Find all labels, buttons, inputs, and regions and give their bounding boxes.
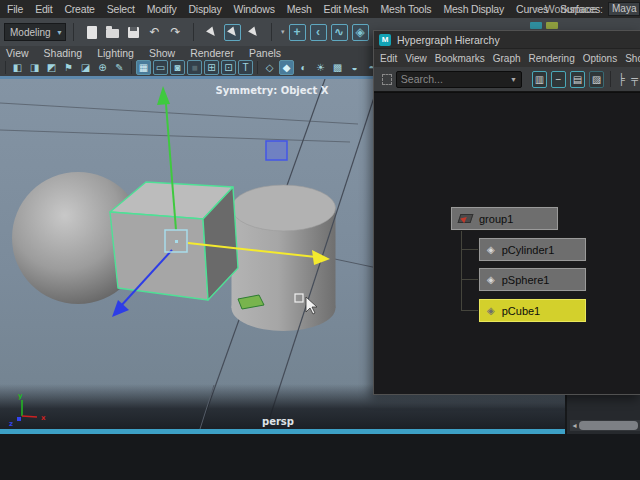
hypergraph-window: M Hypergraph Hierarchy Edit View Bookmar… <box>373 30 640 395</box>
layout-horizontal-icon[interactable]: ╞ <box>615 72 628 87</box>
camera-name-label: persp <box>262 416 294 427</box>
select-tool-button[interactable] <box>203 24 220 41</box>
menu-mesh-display[interactable]: Mesh Display <box>443 3 504 15</box>
panel-menu-renderer[interactable]: Renderer <box>190 47 234 59</box>
hypergraph-menu-bookmarks[interactable]: Bookmarks <box>435 53 485 64</box>
node-pcylinder1[interactable]: ◈ pCylinder1 <box>479 238 586 261</box>
hierarchy-connector <box>461 249 479 250</box>
image-plane-icon[interactable]: ◪ <box>78 60 93 75</box>
toolbar-divider <box>131 61 132 74</box>
node-pcube1-selected[interactable]: ◈ pCube1 <box>479 299 586 322</box>
rotate-tool-button[interactable]: ◈ <box>352 24 369 41</box>
hypergraph-titlebar[interactable]: M Hypergraph Hierarchy <box>374 31 640 49</box>
open-scene-button[interactable] <box>104 24 121 41</box>
grease-pencil-icon[interactable]: ✎ <box>112 60 127 75</box>
panel-menu-shading[interactable]: Shading <box>44 47 83 59</box>
shadows-icon[interactable]: ▩ <box>330 60 345 75</box>
camera-icon[interactable]: ◧ <box>10 60 25 75</box>
horizontal-scrollbar[interactable]: ◂ <box>570 420 640 431</box>
group-node-icon <box>458 214 474 223</box>
menu-mesh-tools[interactable]: Mesh Tools <box>380 3 431 15</box>
grid-icon[interactable]: ▦ <box>136 60 151 75</box>
pan-zoom-icon[interactable]: ⊕ <box>95 60 110 75</box>
alternate-layout-icon[interactable]: ▨ <box>589 71 604 88</box>
smooth-shade-icon[interactable]: ◆ <box>279 60 294 75</box>
camera-lock-icon[interactable]: ◨ <box>27 60 42 75</box>
menu-create[interactable]: Create <box>64 3 94 15</box>
grid-line <box>0 130 350 142</box>
bookmark-icon[interactable]: ⚑ <box>61 60 76 75</box>
panel-menu-show[interactable]: Show <box>149 47 175 59</box>
lasso-tool-button[interactable]: ‹ <box>310 24 327 41</box>
save-scene-icon <box>128 27 139 38</box>
hierarchy-layout-icon[interactable]: ▥ <box>532 71 547 88</box>
hypergraph-menu-rendering[interactable]: Rendering <box>529 53 575 64</box>
film-gate-icon[interactable]: ▭ <box>153 60 168 75</box>
save-scene-button[interactable] <box>125 24 142 41</box>
resolution-gate-icon[interactable]: ◙ <box>170 60 185 75</box>
expand-node-icon[interactable]: ▤ <box>570 71 585 88</box>
node-psphere1[interactable]: ◈ pSphere1 <box>479 268 586 291</box>
menu-windows[interactable]: Windows <box>234 3 275 15</box>
node-label: pCube1 <box>502 305 541 317</box>
safe-title-icon[interactable]: T <box>238 60 253 75</box>
hypergraph-menu-view[interactable]: View <box>405 53 427 64</box>
chevron-down-icon[interactable]: ▾ <box>281 28 285 36</box>
chevron-down-icon[interactable]: ▼ <box>510 76 521 83</box>
menubar-overflow-icon[interactable]: » <box>534 4 540 15</box>
menu-edit-mesh[interactable]: Edit Mesh <box>324 3 369 15</box>
occlusion-icon[interactable]: ◒ <box>347 60 362 75</box>
hypergraph-menu-graph[interactable]: Graph <box>493 53 521 64</box>
hypergraph-canvas[interactable]: group1 ◈ pCylinder1 ◈ pSphere1 ◈ pCube1 <box>374 92 640 394</box>
move-manipulator-y-arrowhead[interactable] <box>157 86 170 105</box>
undo-button[interactable]: ↶ <box>146 24 163 41</box>
select-object-tool-button[interactable] <box>224 24 241 41</box>
move-manipulator-center-dot <box>175 240 178 243</box>
menu-file[interactable]: File <box>7 3 23 15</box>
redo-button[interactable]: ↷ <box>167 24 184 41</box>
menu-modify[interactable]: Modify <box>147 3 177 15</box>
move-manipulator-z-arrowhead[interactable] <box>112 300 129 317</box>
safe-action-icon[interactable]: ⊡ <box>221 60 236 75</box>
wireframe-icon[interactable]: ◇ <box>262 60 277 75</box>
collapse-node-icon[interactable]: − <box>551 71 566 88</box>
scroll-left-icon[interactable]: ◂ <box>570 421 579 430</box>
menuset-value: Modeling <box>10 27 51 38</box>
menu-mesh[interactable]: Mesh <box>287 3 312 15</box>
node-group1[interactable]: group1 <box>451 207 558 230</box>
search-input[interactable] <box>397 73 510 85</box>
axis-x-label: x <box>41 414 46 422</box>
panel-menu-view[interactable]: View <box>6 47 29 59</box>
search-box[interactable]: ▼ <box>396 71 522 88</box>
hypergraph-menu-show[interactable]: Show <box>625 53 640 64</box>
symmetry-status-label: Symmetry: Object X <box>216 85 329 96</box>
menu-display[interactable]: Display <box>188 3 221 15</box>
field-chart-icon[interactable]: ⊞ <box>204 60 219 75</box>
menu-edit[interactable]: Edit <box>35 3 52 15</box>
gate-mask-icon[interactable]: ■ <box>187 60 202 75</box>
menu-select[interactable]: Select <box>107 3 135 15</box>
menuset-dropdown[interactable]: Modeling ▼ <box>4 23 66 41</box>
toolbar-divider <box>5 61 6 74</box>
move-tool-button[interactable]: + <box>289 24 306 41</box>
select-component-tool-button[interactable] <box>245 24 262 41</box>
pcylinder-object[interactable] <box>232 185 336 231</box>
paint-select-tool-button[interactable]: ∿ <box>331 24 348 41</box>
scrollbar-thumb[interactable] <box>579 421 638 430</box>
camera-settings-icon[interactable]: ◩ <box>44 60 59 75</box>
select-object-tool-icon <box>227 26 241 41</box>
pcube-object[interactable] <box>110 212 208 300</box>
textured-icon[interactable]: ◐ <box>296 60 311 75</box>
selection-marquee <box>266 141 287 160</box>
panel-menu-lighting[interactable]: Lighting <box>97 47 134 59</box>
lights-icon[interactable]: ☀ <box>313 60 328 75</box>
layout-vertical-icon[interactable]: ╤ <box>628 72 640 87</box>
hypergraph-menu-options[interactable]: Options <box>583 53 617 64</box>
panel-menu-panels[interactable]: Panels <box>249 47 281 59</box>
hierarchy-connector <box>461 310 479 311</box>
workspace-label: Workspace : <box>545 3 603 15</box>
new-scene-button[interactable] <box>83 24 100 41</box>
workspace-dropdown[interactable]: Maya C <box>608 2 640 16</box>
frame-selection-icon[interactable] <box>382 74 392 85</box>
hypergraph-menu-edit[interactable]: Edit <box>380 53 397 64</box>
